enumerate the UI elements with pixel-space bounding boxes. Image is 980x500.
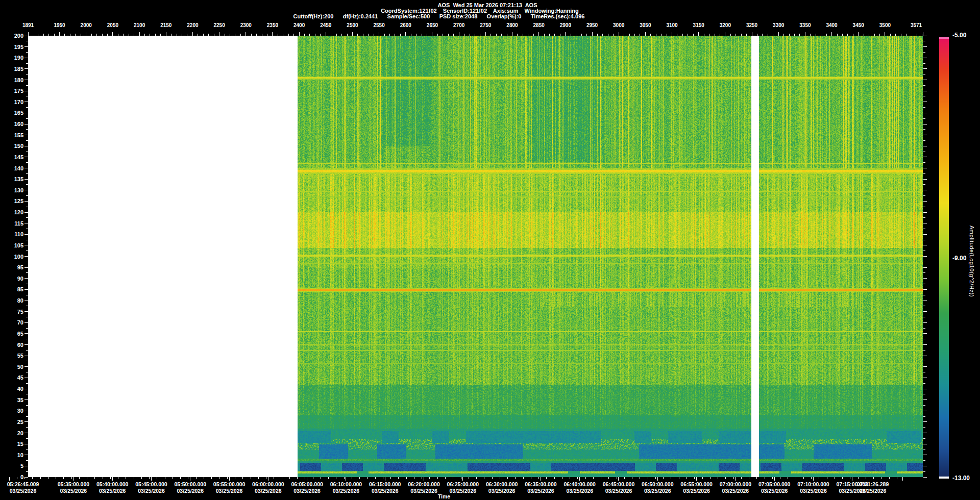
time-axis-minor-tick [157,477,157,479]
top-axis-tick [592,32,593,36]
time-axis-minor-tick [274,477,274,479]
time-axis-minor-tick [835,477,835,479]
top-axis-tick [619,32,619,36]
freq-axis-tick [24,190,28,190]
time-axis-minor-tick [437,477,438,479]
spectrogram-plot[interactable] [28,36,923,477]
freq-axis-tick-label: 150 [0,143,23,149]
freq-axis-right-minor-tick [923,74,925,74]
freq-axis-tick [24,267,28,268]
freq-axis-tick-label: 200 [0,33,23,39]
freq-axis-right-minor-tick [923,272,925,273]
top-axis-tick-label: 2400 [285,22,313,28]
top-axis-tick [59,32,60,36]
top-axis-tick-label: 2800 [498,22,526,28]
time-axis-minor-tick [756,477,757,479]
freq-axis-right-minor-tick [923,471,925,472]
time-axis-tick [696,477,697,481]
freq-axis-right-tick [923,124,927,124]
time-axis-minor-tick [492,477,493,479]
top-axis-tick-label: 2200 [178,22,207,28]
top-axis-tick-label: 3050 [631,22,659,28]
time-axis-minor-tick [321,477,321,479]
time-axis-minor-tick [149,477,150,479]
freq-axis-tick [24,444,28,444]
top-axis-tick [645,32,646,36]
time-axis-minor-tick [367,477,368,479]
time-axis-minor-tick [866,477,866,479]
freq-axis-tick [24,46,28,47]
freq-axis-right-tick [923,80,927,80]
time-axis-minor-tick [141,477,142,479]
freq-axis-right-minor-tick [923,107,925,108]
freq-axis-tick [24,311,28,312]
time-axis-minor-tick [32,477,33,479]
freq-axis-tick-label: 35 [0,397,23,403]
time-axis-minor-tick [406,477,407,479]
time-axis-minor-tick [702,477,703,479]
time-axis-minor-tick [562,477,562,479]
freq-axis-right-minor-tick [923,41,925,41]
time-axis-minor-tick [772,477,773,479]
freq-axis-right-minor-tick [923,416,925,417]
time-axis-minor-tick [429,477,430,479]
freq-axis-right-tick [923,455,927,455]
top-axis-tick [86,32,86,36]
freq-axis-tick [24,36,28,36]
freq-axis-right-tick [923,333,927,334]
freq-axis-tick [24,256,28,257]
freq-axis-right-tick [923,190,927,190]
time-axis-minor-tick [40,477,41,479]
freq-axis-right-minor-tick [923,284,925,284]
top-axis-tick [512,32,512,36]
time-axis-tick [462,477,463,481]
top-axis-tick-label: 2600 [391,22,420,28]
freq-axis-right-minor-tick [923,350,925,351]
top-axis-tick-label: 3350 [791,22,819,28]
time-axis-minor-tick [266,477,266,479]
freq-axis-right-tick [923,135,927,135]
freq-axis-tick-label: 65 [0,331,23,337]
freq-axis-right-tick [923,356,927,356]
top-axis-tick-label: 2350 [258,22,287,28]
time-axis-minor-tick [180,477,181,479]
freq-axis-right-tick [923,344,927,345]
time-axis-tick [502,477,502,481]
freq-axis-tick [24,389,28,389]
top-axis-tick-label: 2650 [418,22,447,28]
time-axis-tick [9,477,10,481]
top-axis-tick [752,32,752,36]
freq-axis-right-minor-tick [923,140,925,141]
freq-axis-right-tick [923,201,927,202]
top-axis-tick-label: 2950 [578,22,606,28]
time-axis-minor-tick [110,477,111,479]
freq-axis-tick [24,179,28,180]
time-axis-minor-tick [48,477,48,479]
top-axis-tick-label: 2750 [471,22,500,28]
freq-axis-right-minor-tick [923,295,925,295]
top-axis-tick [778,32,779,36]
time-axis-minor-tick [305,477,305,479]
time-axis-minor-tick [523,477,524,479]
top-axis-tick [698,32,699,36]
top-axis-tick-label: 2900 [551,22,580,28]
time-axis-tick [774,477,775,481]
freq-axis-tick-label: 80 [0,297,23,304]
time-axis-minor-tick [640,477,640,479]
time-axis-minor-tick [453,477,453,479]
time-axis-minor-tick [554,477,555,479]
freq-axis-right-tick [923,477,927,478]
time-axis-minor-tick [94,477,95,479]
time-axis-tick [618,477,619,481]
freq-axis-tick-label: 40 [0,386,23,392]
time-axis-minor-tick [608,477,609,479]
time-axis-minor-tick [897,477,897,479]
time-axis-minor-tick [788,477,788,479]
top-axis-tick [272,32,273,36]
freq-axis-tick-label: 0 [0,474,23,480]
freq-axis-right-minor-tick [923,85,925,86]
freq-axis-tick [24,333,28,334]
top-axis-tick [246,32,246,36]
freq-axis-tick [24,421,28,422]
freq-axis-tick-label: 30 [0,408,23,414]
